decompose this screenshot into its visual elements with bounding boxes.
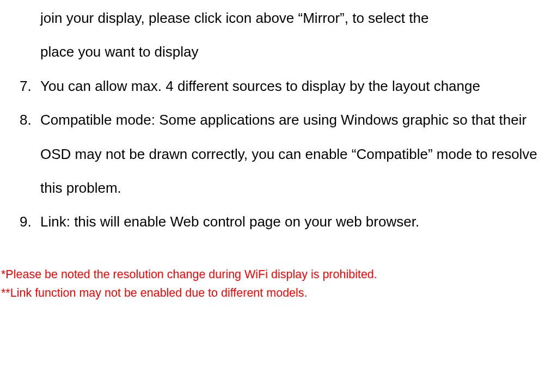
list-item-8: 8.Compatible mode: Some applications are… (20, 103, 539, 205)
continuation-text-line-1: join your display, please click icon abo… (40, 1, 539, 35)
footnote-2: **Link function may not be enabled due t… (1, 284, 539, 302)
footnote-1: *Please be noted the resolution change d… (1, 265, 539, 284)
list-number-7: 7. (20, 69, 40, 103)
list-number-8: 8. (20, 103, 40, 137)
list-text-7: You can allow max. 4 different sources t… (40, 78, 480, 94)
list-item-7: 7.You can allow max. 4 different sources… (20, 69, 539, 103)
list-text-9: Link: this will enable Web control page … (40, 213, 419, 230)
list-item-9: 9.Link: this will enable Web control pag… (20, 205, 539, 238)
list-number-9: 9. (20, 205, 40, 238)
document-page: join your display, please click icon abo… (0, 0, 539, 392)
list-text-8: Compatible mode: Some applications are u… (40, 112, 537, 196)
continuation-text-line-2: place you want to display (40, 35, 539, 69)
